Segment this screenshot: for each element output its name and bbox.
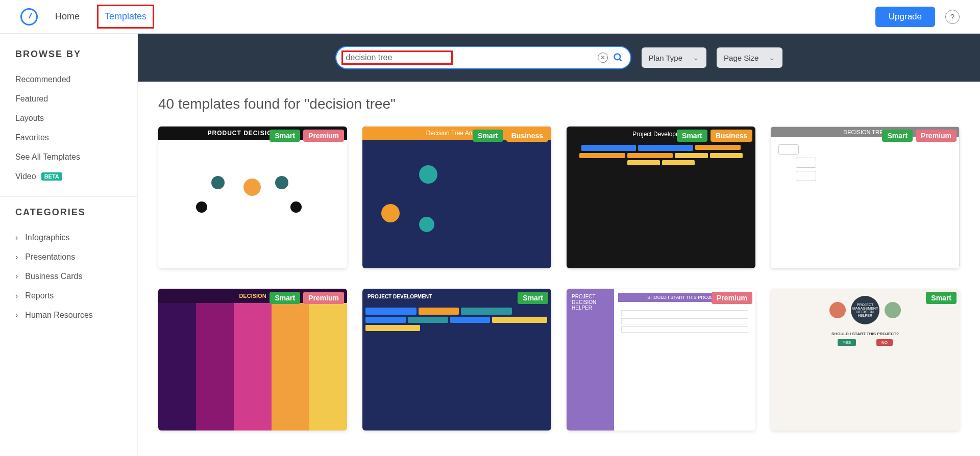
template-subtitle: SHOULD I START THIS PROJECT? — [771, 332, 960, 336]
upgrade-button[interactable]: Upgrade — [875, 7, 935, 27]
category-human-resources[interactable]: ›Human Resources — [15, 306, 127, 325]
card-badges: Smart Business — [677, 130, 752, 142]
template-card[interactable]: Smart Premium DECISION — [158, 289, 347, 430]
template-thumbnail: Decision Tree Analysis — [362, 126, 551, 268]
chevron-right-icon: › — [15, 272, 18, 281]
filter-label: Page Size — [724, 54, 758, 62]
category-reports[interactable]: ›Reports — [15, 286, 127, 306]
search-input-highlight — [341, 50, 453, 65]
browse-by-heading: BROWSE BY — [15, 49, 127, 60]
template-card[interactable]: Smart Business Decision Tree Analysis — [362, 126, 551, 268]
category-presentations[interactable]: ›Presentations — [15, 247, 127, 267]
category-label: Reports — [25, 291, 54, 300]
categories-heading: CATEGORIES — [15, 207, 127, 218]
template-title: PROJECT DECISION HELPER — [567, 289, 614, 430]
chevron-right-icon: › — [15, 291, 18, 300]
sidebar-item-recommended[interactable]: Recommended — [15, 70, 127, 89]
card-badges: Premium — [712, 292, 752, 304]
content-area: ✕ Plan Type ⌄ Page Size ⌄ 40 templates f… — [138, 34, 980, 456]
chevron-right-icon: › — [15, 311, 18, 320]
category-label: Infographics — [25, 233, 69, 242]
chevron-down-icon: ⌄ — [693, 53, 699, 62]
results-area: 40 templates found for "decision tree" S… — [138, 82, 980, 451]
clear-search-icon[interactable]: ✕ — [598, 53, 608, 63]
nav-home[interactable]: Home — [53, 8, 82, 25]
sidebar-item-label: Featured — [15, 94, 48, 104]
search-icon[interactable] — [613, 53, 623, 63]
sidebar: BROWSE BY Recommended Featured Layouts F… — [0, 34, 138, 456]
template-card[interactable]: Smart PROJECT MANAGEMENT DECISION HELPER… — [771, 289, 960, 430]
search-box[interactable]: ✕ — [335, 46, 631, 69]
card-badges: Smart Premium — [270, 130, 344, 142]
premium-badge: Premium — [303, 130, 344, 142]
sidebar-item-favorites[interactable]: Favorites — [15, 128, 127, 147]
business-badge: Business — [710, 130, 752, 142]
nav-templates-highlight: Templates — [97, 5, 154, 29]
chevron-right-icon: › — [15, 252, 18, 262]
search-icons: ✕ — [598, 53, 623, 63]
template-thumbnail: DECISION TREE — [771, 126, 960, 268]
filter-label: Plan Type — [649, 54, 682, 62]
card-badges: Smart Premium — [270, 292, 344, 304]
premium-badge: Premium — [712, 292, 752, 304]
sidebar-divider — [0, 196, 137, 197]
template-thumbnail: DECISION — [158, 289, 347, 430]
nav-right: Upgrade ? — [875, 7, 960, 27]
sidebar-item-label: Recommended — [15, 75, 71, 84]
plan-type-filter[interactable]: Plan Type ⌄ — [642, 47, 706, 68]
svg-point-0 — [614, 54, 620, 60]
beta-badge: BETA — [41, 172, 62, 181]
card-badges: Smart — [926, 292, 957, 304]
category-infographics[interactable]: ›Infographics — [15, 228, 127, 247]
template-card[interactable]: Smart PROJECT DEVELOPMENT — [362, 289, 551, 430]
sidebar-item-featured[interactable]: Featured — [15, 89, 127, 109]
results-title: 40 templates found for "decision tree" — [158, 96, 960, 112]
search-input[interactable] — [346, 53, 448, 62]
sidebar-item-label: Favorites — [15, 133, 49, 142]
template-card[interactable]: Premium PROJECT DECISION HELPER SHOULD I… — [567, 289, 755, 430]
sidebar-item-label: Layouts — [15, 114, 44, 123]
card-badges: Smart — [518, 292, 548, 304]
card-badges: Smart Premium — [882, 130, 957, 142]
search-bar-area: ✕ Plan Type ⌄ Page Size ⌄ — [138, 34, 980, 82]
nav-templates[interactable]: Templates — [103, 8, 149, 25]
sidebar-item-video[interactable]: Video BETA — [15, 167, 127, 186]
main-area: BROWSE BY Recommended Featured Layouts F… — [0, 34, 980, 456]
template-card[interactable]: Smart Premium DECISION TREE — [771, 126, 960, 268]
smart-badge: Smart — [518, 292, 548, 304]
top-nav: Home Templates Upgrade ? — [0, 0, 980, 34]
category-label: Human Resources — [25, 311, 93, 320]
category-label: Business Cards — [25, 272, 82, 281]
template-card[interactable]: Smart Premium PRODUCT DECISION TREE — [158, 126, 347, 268]
template-thumbnail: PROJECT DEVELOPMENT — [362, 289, 551, 430]
smart-badge: Smart — [473, 130, 503, 142]
chevron-right-icon: › — [15, 233, 18, 242]
business-badge: Business — [506, 130, 548, 142]
template-thumbnail: PROJECT DECISION HELPER SHOULD I START T… — [567, 289, 755, 430]
sidebar-item-label: See All Templates — [15, 153, 80, 162]
smart-badge: Smart — [677, 130, 707, 142]
svg-line-1 — [619, 59, 621, 61]
logo-icon[interactable] — [20, 8, 38, 26]
smart-badge: Smart — [270, 292, 300, 304]
premium-badge: Premium — [916, 130, 957, 142]
smart-badge: Smart — [270, 130, 300, 142]
help-button[interactable]: ? — [945, 10, 960, 24]
premium-badge: Premium — [303, 292, 344, 304]
sidebar-item-label: Video — [15, 172, 36, 181]
template-thumbnail: PRODUCT DECISION TREE — [158, 126, 347, 268]
sidebar-item-layouts[interactable]: Layouts — [15, 109, 127, 128]
template-thumbnail: PROJECT MANAGEMENT DECISION HELPER SHOUL… — [771, 289, 960, 430]
card-badges: Smart Business — [473, 130, 548, 142]
page-size-filter[interactable]: Page Size ⌄ — [717, 47, 782, 68]
template-title: PROJECT MANAGEMENT DECISION HELPER — [851, 296, 879, 324]
smart-badge: Smart — [882, 130, 913, 142]
category-business-cards[interactable]: ›Business Cards — [15, 267, 127, 286]
smart-badge: Smart — [926, 292, 957, 304]
sidebar-item-see-all[interactable]: See All Templates — [15, 147, 127, 167]
nav-left: Home Templates — [20, 5, 154, 29]
template-thumbnail: Project Development — [567, 126, 755, 268]
category-label: Presentations — [25, 252, 75, 262]
chevron-down-icon: ⌄ — [769, 53, 775, 62]
template-card[interactable]: Smart Business Project Development — [567, 126, 755, 268]
